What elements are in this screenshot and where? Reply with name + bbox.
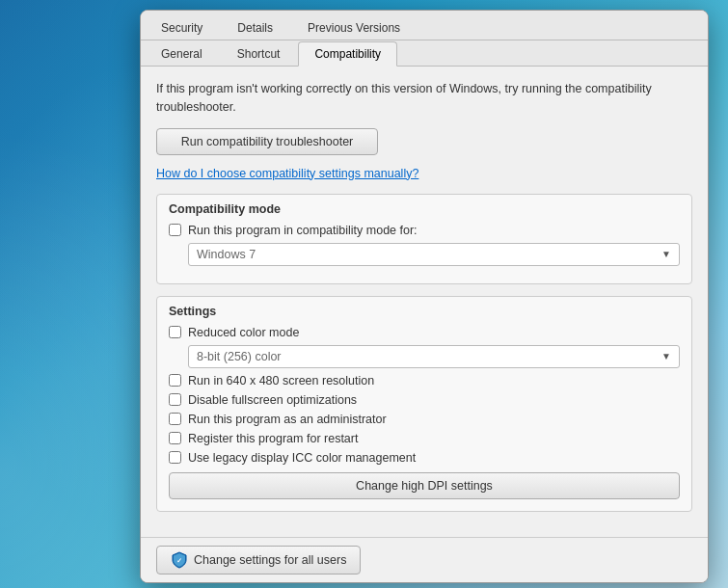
tab-shortcut[interactable]: Shortcut	[221, 41, 297, 67]
change-all-users-label: Change settings for all users	[194, 553, 346, 567]
bottom-bar: ✓ Change settings for all users	[141, 537, 708, 582]
tab-bar-row1: Security Details Previous Versions	[141, 11, 708, 40]
icc-checkbox[interactable]	[169, 451, 181, 464]
admin-label: Run this program as an administrator	[188, 413, 387, 426]
tab-security[interactable]: Security	[145, 15, 219, 40]
properties-dialog: Security Details Previous Versions Gener…	[140, 10, 709, 583]
change-all-users-button[interactable]: ✓ Change settings for all users	[156, 546, 361, 575]
run-troubleshooter-button[interactable]: Run compatibility troubleshooter	[156, 128, 378, 155]
compat-mode-checkbox[interactable]	[169, 224, 181, 236]
fullscreen-row: Disable fullscreen optimizations	[169, 393, 680, 407]
dropdown-arrow-icon: ▼	[661, 249, 671, 259]
tab-bar-row2: General Shortcut Compatibility	[141, 40, 708, 67]
tab-compatibility[interactable]: Compatibility	[298, 41, 397, 67]
restart-checkbox[interactable]	[169, 432, 181, 444]
shield-icon: ✓	[171, 551, 188, 569]
settings-label: Settings	[169, 305, 680, 318]
compat-mode-label: Compatibility mode	[169, 202, 680, 216]
admin-row: Run this program as an administrator	[169, 413, 680, 426]
icc-label: Use legacy display ICC color management	[188, 451, 416, 465]
reduced-color-label: Reduced color mode	[188, 326, 299, 339]
reduced-color-row: Reduced color mode	[169, 326, 680, 339]
color-depth-value: 8-bit (256) color	[197, 350, 282, 363]
tab-details[interactable]: Details	[221, 15, 289, 40]
settings-group: Settings Reduced color mode 8-bit (256) …	[156, 296, 692, 512]
svg-text:✓: ✓	[176, 557, 182, 564]
restart-label: Register this program for restart	[188, 432, 358, 445]
fullscreen-checkbox[interactable]	[169, 393, 181, 406]
tab-general[interactable]: General	[145, 41, 219, 67]
os-version-dropdown[interactable]: Windows 7 ▼	[188, 243, 680, 266]
color-dropdown-arrow-icon: ▼	[661, 351, 671, 361]
intro-text: If this program isn't working correctly …	[156, 80, 692, 117]
compatibility-mode-group: Compatibility mode Run this program in c…	[156, 194, 692, 284]
manual-settings-link[interactable]: How do I choose compatibility settings m…	[156, 167, 692, 180]
fullscreen-label: Disable fullscreen optimizations	[188, 393, 357, 407]
tab-content-compatibility: If this program isn't working correctly …	[141, 67, 708, 537]
color-depth-dropdown[interactable]: 8-bit (256) color ▼	[188, 345, 680, 368]
resolution-checkbox[interactable]	[169, 374, 181, 387]
compat-mode-checkbox-label: Run this program in compatibility mode f…	[188, 224, 418, 237]
os-version-value: Windows 7	[197, 248, 256, 261]
restart-row: Register this program for restart	[169, 432, 680, 445]
reduced-color-checkbox[interactable]	[169, 326, 181, 338]
compat-mode-checkbox-row: Run this program in compatibility mode f…	[169, 224, 680, 237]
resolution-label: Run in 640 x 480 screen resolution	[188, 374, 374, 388]
admin-checkbox[interactable]	[169, 413, 181, 425]
icc-row: Use legacy display ICC color management	[169, 451, 680, 465]
tab-previous-versions[interactable]: Previous Versions	[291, 15, 417, 40]
change-dpi-button[interactable]: Change high DPI settings	[169, 472, 680, 499]
resolution-row: Run in 640 x 480 screen resolution	[169, 374, 680, 388]
